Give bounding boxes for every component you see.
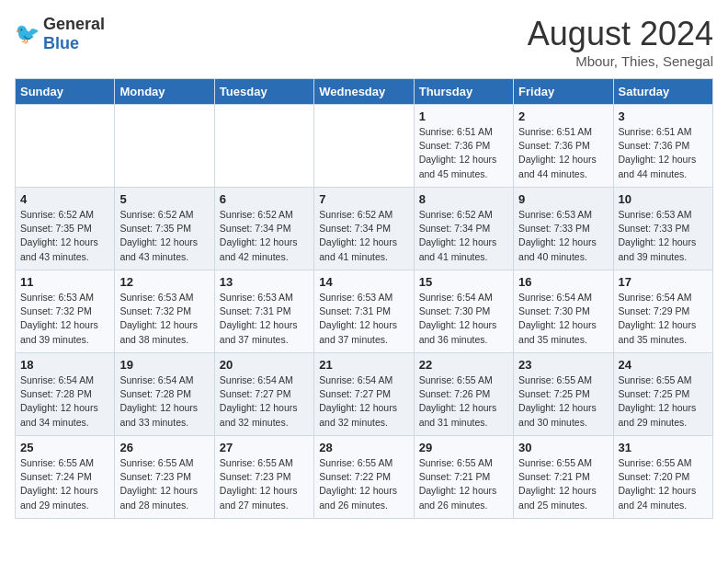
day-info: Sunrise: 6:54 AMSunset: 7:29 PMDaylight:… <box>619 292 697 345</box>
calendar-cell: 1Sunrise: 6:51 AMSunset: 7:36 PMDaylight… <box>414 105 513 188</box>
day-info: Sunrise: 6:52 AMSunset: 7:35 PMDaylight:… <box>119 209 198 262</box>
calendar-cell: 29Sunrise: 6:55 AMSunset: 7:21 PMDayligh… <box>414 436 513 519</box>
day-number: 28 <box>319 441 408 454</box>
day-info: Sunrise: 6:55 AMSunset: 7:23 PMDaylight:… <box>220 457 298 511</box>
day-number: 14 <box>319 275 408 289</box>
calendar-cell: 7Sunrise: 6:52 AMSunset: 7:34 PMDaylight… <box>314 188 414 270</box>
day-info: Sunrise: 6:55 AMSunset: 7:20 PMDaylight:… <box>619 457 697 511</box>
calendar-cell: 27Sunrise: 6:55 AMSunset: 7:23 PMDayligh… <box>214 436 313 519</box>
day-info: Sunrise: 6:55 AMSunset: 7:21 PMDaylight:… <box>419 457 497 511</box>
day-number: 27 <box>220 441 309 454</box>
calendar-cell <box>115 105 214 188</box>
day-number: 2 <box>518 109 608 123</box>
day-info: Sunrise: 6:53 AMSunset: 7:32 PMDaylight:… <box>119 292 198 345</box>
logo-blue: Blue <box>43 34 79 52</box>
day-number: 17 <box>619 275 708 289</box>
day-number: 6 <box>220 192 309 206</box>
day-info: Sunrise: 6:52 AMSunset: 7:34 PMDaylight:… <box>319 209 397 262</box>
day-number: 21 <box>319 358 408 372</box>
calendar-cell: 20Sunrise: 6:54 AMSunset: 7:27 PMDayligh… <box>214 353 313 436</box>
calendar-cell: 3Sunrise: 6:51 AMSunset: 7:36 PMDaylight… <box>613 105 712 188</box>
day-number: 18 <box>20 358 109 372</box>
calendar-cell: 6Sunrise: 6:52 AMSunset: 7:34 PMDaylight… <box>214 188 313 270</box>
day-info: Sunrise: 6:54 AMSunset: 7:30 PMDaylight:… <box>518 292 597 345</box>
calendar-cell: 14Sunrise: 6:53 AMSunset: 7:31 PMDayligh… <box>314 270 414 353</box>
location: Mbour, Thies, Senegal <box>528 53 713 69</box>
calendar-cell: 13Sunrise: 6:53 AMSunset: 7:31 PMDayligh… <box>214 270 313 353</box>
day-number: 22 <box>419 358 508 372</box>
day-number: 5 <box>119 192 209 206</box>
day-info: Sunrise: 6:51 AMSunset: 7:36 PMDaylight:… <box>619 126 697 179</box>
day-number: 20 <box>220 358 309 372</box>
day-number: 3 <box>619 109 708 123</box>
day-number: 4 <box>20 192 109 206</box>
day-header-friday: Friday <box>514 79 613 105</box>
calendar-cell: 18Sunrise: 6:54 AMSunset: 7:28 PMDayligh… <box>16 353 115 436</box>
day-info: Sunrise: 6:51 AMSunset: 7:36 PMDaylight:… <box>419 126 497 179</box>
calendar-cell: 30Sunrise: 6:55 AMSunset: 7:21 PMDayligh… <box>514 436 613 519</box>
calendar-cell: 24Sunrise: 6:55 AMSunset: 7:25 PMDayligh… <box>613 353 712 436</box>
day-info: Sunrise: 6:53 AMSunset: 7:32 PMDaylight:… <box>20 292 98 345</box>
logo-text: General Blue <box>43 15 105 53</box>
calendar-cell: 17Sunrise: 6:54 AMSunset: 7:29 PMDayligh… <box>613 270 712 353</box>
day-info: Sunrise: 6:52 AMSunset: 7:34 PMDaylight:… <box>220 209 298 262</box>
day-number: 7 <box>319 192 408 206</box>
day-number: 1 <box>419 109 508 123</box>
day-info: Sunrise: 6:55 AMSunset: 7:25 PMDaylight:… <box>619 374 697 428</box>
logo: 🐦 General Blue <box>15 15 105 53</box>
day-info: Sunrise: 6:54 AMSunset: 7:28 PMDaylight:… <box>119 374 198 428</box>
day-info: Sunrise: 6:55 AMSunset: 7:25 PMDaylight:… <box>518 374 597 428</box>
header-row: SundayMondayTuesdayWednesdayThursdayFrid… <box>16 79 713 105</box>
calendar-cell: 11Sunrise: 6:53 AMSunset: 7:32 PMDayligh… <box>16 270 115 353</box>
day-header-monday: Monday <box>115 79 214 105</box>
calendar-cell: 12Sunrise: 6:53 AMSunset: 7:32 PMDayligh… <box>115 270 214 353</box>
day-number: 9 <box>518 192 608 206</box>
calendar-cell: 10Sunrise: 6:53 AMSunset: 7:33 PMDayligh… <box>613 188 712 270</box>
day-info: Sunrise: 6:53 AMSunset: 7:31 PMDaylight:… <box>319 292 397 345</box>
day-number: 15 <box>419 275 508 289</box>
day-info: Sunrise: 6:55 AMSunset: 7:23 PMDaylight:… <box>119 457 198 511</box>
calendar-cell: 5Sunrise: 6:52 AMSunset: 7:35 PMDaylight… <box>115 188 214 270</box>
day-info: Sunrise: 6:53 AMSunset: 7:31 PMDaylight:… <box>220 292 298 345</box>
day-number: 16 <box>518 275 608 289</box>
day-number: 11 <box>20 275 109 289</box>
day-number: 26 <box>119 441 209 454</box>
calendar-cell: 2Sunrise: 6:51 AMSunset: 7:36 PMDaylight… <box>514 105 613 188</box>
calendar-cell: 23Sunrise: 6:55 AMSunset: 7:25 PMDayligh… <box>514 353 613 436</box>
day-number: 10 <box>619 192 708 206</box>
calendar-week-4: 18Sunrise: 6:54 AMSunset: 7:28 PMDayligh… <box>16 353 713 436</box>
calendar-cell: 25Sunrise: 6:55 AMSunset: 7:24 PMDayligh… <box>16 436 115 519</box>
logo-general: General <box>43 15 105 33</box>
day-number: 19 <box>119 358 209 372</box>
page-header: 🐦 General Blue August 2024 Mbour, Thies,… <box>15 15 713 69</box>
day-number: 12 <box>119 275 209 289</box>
calendar-week-1: 1Sunrise: 6:51 AMSunset: 7:36 PMDaylight… <box>16 105 713 188</box>
day-info: Sunrise: 6:54 AMSunset: 7:30 PMDaylight:… <box>419 292 497 345</box>
calendar-week-2: 4Sunrise: 6:52 AMSunset: 7:35 PMDaylight… <box>16 188 713 270</box>
calendar-cell: 21Sunrise: 6:54 AMSunset: 7:27 PMDayligh… <box>314 353 414 436</box>
day-number: 8 <box>419 192 508 206</box>
day-info: Sunrise: 6:55 AMSunset: 7:24 PMDaylight:… <box>20 457 98 511</box>
day-header-thursday: Thursday <box>414 79 513 105</box>
day-number: 31 <box>619 441 708 454</box>
calendar-cell: 26Sunrise: 6:55 AMSunset: 7:23 PMDayligh… <box>115 436 214 519</box>
day-info: Sunrise: 6:55 AMSunset: 7:26 PMDaylight:… <box>419 374 497 428</box>
calendar-cell: 8Sunrise: 6:52 AMSunset: 7:34 PMDaylight… <box>414 188 513 270</box>
calendar-cell <box>16 105 115 188</box>
day-header-wednesday: Wednesday <box>314 79 414 105</box>
day-number: 13 <box>220 275 309 289</box>
calendar-table: SundayMondayTuesdayWednesdayThursdayFrid… <box>15 78 713 519</box>
day-number: 25 <box>20 441 109 454</box>
day-header-saturday: Saturday <box>613 79 712 105</box>
calendar-cell: 9Sunrise: 6:53 AMSunset: 7:33 PMDaylight… <box>514 188 613 270</box>
day-info: Sunrise: 6:54 AMSunset: 7:28 PMDaylight:… <box>20 374 98 428</box>
logo-bird-icon: 🐦 <box>15 22 40 46</box>
day-header-sunday: Sunday <box>16 79 115 105</box>
calendar-cell <box>214 105 313 188</box>
title-area: August 2024 Mbour, Thies, Senegal <box>528 15 713 69</box>
day-info: Sunrise: 6:53 AMSunset: 7:33 PMDaylight:… <box>619 209 697 262</box>
day-info: Sunrise: 6:52 AMSunset: 7:35 PMDaylight:… <box>20 209 98 262</box>
day-number: 23 <box>518 358 608 372</box>
day-number: 29 <box>419 441 508 454</box>
calendar-cell: 22Sunrise: 6:55 AMSunset: 7:26 PMDayligh… <box>414 353 513 436</box>
